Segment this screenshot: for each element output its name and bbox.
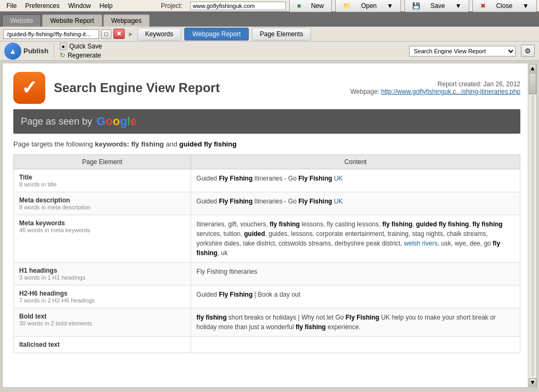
scrollbar[interactable]: ▲ ▼ bbox=[528, 63, 536, 387]
scrollbar-track-pattern bbox=[531, 95, 534, 376]
tab-website-report[interactable]: Website Report bbox=[42, 14, 102, 27]
table-row: H1 headings 3 words in 1 H1 headings Fly… bbox=[14, 263, 520, 285]
project-label: Project: bbox=[157, 1, 187, 11]
publish-icon: ▲ bbox=[4, 43, 21, 60]
element-label-h2-h6: H2-H6 headings bbox=[19, 290, 185, 297]
google-logo: Google bbox=[96, 115, 137, 128]
regenerate-label: Regenerate bbox=[68, 52, 101, 59]
project-area: Project: ■ New 📁 Open ▼ 💾 Save ▼ ✖ Close… bbox=[157, 0, 537, 12]
table-row: Italicised text bbox=[14, 337, 520, 353]
menu-window[interactable]: Window bbox=[64, 1, 95, 11]
scrollbar-thumb[interactable] bbox=[529, 73, 536, 94]
save-icon: 💾 bbox=[408, 1, 424, 11]
nav-tab-keywords[interactable]: Keywords bbox=[137, 28, 182, 40]
logo-box: ✓ bbox=[13, 72, 45, 104]
webpage-url-line: Webpage: http://www.goflyfishinguk.c...i… bbox=[350, 88, 520, 95]
google-bar-text: Page as seen by bbox=[21, 116, 92, 127]
element-sublabel-bold: 30 words in 2 bold elements bbox=[19, 320, 185, 326]
quick-save-label: Quick Save bbox=[69, 43, 102, 50]
scrollbar-up[interactable]: ▲ bbox=[529, 64, 536, 72]
tab-website[interactable]: Website bbox=[2, 14, 41, 27]
publish-label: Publish bbox=[23, 47, 48, 55]
refresh-icon: ↻ bbox=[60, 51, 66, 59]
open-icon: 📁 bbox=[339, 1, 355, 11]
element-sublabel-meta-desc: 8 words in meta description bbox=[19, 204, 185, 210]
report-type-select[interactable]: Search Engine View Report bbox=[409, 46, 516, 56]
menu-help[interactable]: Help bbox=[95, 1, 117, 11]
report-title-text: Search Engine View Report bbox=[54, 80, 220, 95]
keywords-line: Page targets the following keywords: fly… bbox=[13, 140, 520, 148]
new-button[interactable]: ■ New bbox=[289, 0, 332, 12]
content-italic bbox=[191, 337, 520, 353]
element-label-meta-kw: Meta keywords bbox=[19, 219, 185, 227]
element-sublabel-title: 8 words in title bbox=[19, 181, 185, 187]
menu-file[interactable]: File bbox=[2, 1, 21, 11]
close-dropdown-icon: ▼ bbox=[518, 1, 533, 11]
save-icon: ■ bbox=[60, 43, 67, 50]
settings-button[interactable]: ⚙ bbox=[521, 45, 535, 57]
report-created: Report created: Jan 26, 2012 bbox=[350, 80, 520, 88]
project-url-input[interactable] bbox=[190, 2, 286, 10]
col-header-content: Content bbox=[191, 155, 520, 169]
save-button[interactable]: 💾 Save ▼ bbox=[404, 0, 469, 12]
element-sublabel-h1: 3 words in 1 H1 headings bbox=[19, 274, 185, 281]
table-row: Meta description 8 words in meta descrip… bbox=[14, 192, 520, 215]
report-meta: Report created: Jan 26, 2012 Webpage: ht… bbox=[350, 80, 520, 95]
content-bold: fly fishing short breaks or holidays | W… bbox=[191, 308, 520, 337]
google-o1: o bbox=[105, 115, 112, 128]
gear-icon: ⚙ bbox=[525, 47, 531, 55]
quick-save-button[interactable]: ■ Quick Save bbox=[60, 43, 102, 50]
publish-button[interactable]: ▲ Publish bbox=[4, 43, 48, 60]
url-clear-button[interactable]: ✖ bbox=[113, 29, 125, 39]
url-bar: □ ✖ ► Keywords Webpage Report Page Eleme… bbox=[0, 27, 539, 42]
element-sublabel-meta-kw: 46 words in meta keywords bbox=[19, 227, 185, 233]
content-h1: Fly Fishing Itineraries bbox=[191, 263, 520, 285]
url-copy-button[interactable]: □ bbox=[101, 29, 111, 39]
menu-bar: File Preferences Window Help Project: ■ … bbox=[0, 0, 539, 12]
google-e: e bbox=[130, 115, 137, 128]
nav-tab-page-elements[interactable]: Page Elements bbox=[252, 28, 311, 40]
google-bar: Page as seen by Google bbox=[13, 109, 520, 134]
content-h2-h6: Guided Fly Fishing | Book a day out bbox=[191, 285, 520, 308]
regenerate-button[interactable]: ↻ Regenerate bbox=[60, 51, 102, 59]
tab-webpages[interactable]: Webpages bbox=[103, 14, 150, 27]
nav-tab-webpage-report[interactable]: Webpage Report bbox=[184, 28, 249, 40]
content-meta-desc: Guided Fly Fishing Itineraries - Go Fly … bbox=[191, 192, 520, 215]
element-label-h1: H1 headings bbox=[19, 267, 185, 274]
tab-bar: Website Website Report Webpages bbox=[0, 12, 539, 27]
webpage-url-link[interactable]: http://www.goflyfishinguk.c...ishing-iti… bbox=[381, 88, 520, 95]
table-row: Title 8 words in title Guided Fly Fishin… bbox=[14, 169, 520, 192]
menu-preferences[interactable]: Preferences bbox=[21, 1, 64, 11]
main-content: ✓ Search Engine View Report Report creat… bbox=[2, 63, 537, 388]
scrollbar-track bbox=[531, 95, 534, 376]
element-label-italic: Italicised text bbox=[19, 341, 185, 348]
open-button[interactable]: 📁 Open ▼ bbox=[335, 0, 401, 12]
google-o2: o bbox=[113, 115, 120, 128]
divider bbox=[54, 44, 54, 59]
keywords-main: keywords: fly fishing bbox=[95, 140, 164, 148]
logo-checkmark: ✓ bbox=[21, 77, 37, 99]
google-g2: g bbox=[120, 115, 127, 128]
element-label-bold: Bold text bbox=[19, 313, 185, 320]
table-row: Bold text 30 words in 2 bold elements fl… bbox=[14, 308, 520, 337]
col-header-element: Page Element bbox=[14, 155, 191, 169]
report-body: ✓ Search Engine View Report Report creat… bbox=[3, 63, 536, 362]
google-g: G bbox=[96, 115, 105, 128]
quick-save-area: ■ Quick Save ↻ Regenerate bbox=[60, 43, 102, 59]
scrollbar-down[interactable]: ▼ bbox=[529, 378, 536, 387]
arrow-separator: ► bbox=[127, 30, 135, 38]
table-row: H2-H6 headings 7 words in 2 H2-H6 headin… bbox=[14, 285, 520, 308]
close-icon: ✖ bbox=[476, 1, 490, 11]
content-meta-kw: Itineraries, gift, vouchers, fly fishing… bbox=[191, 215, 520, 263]
element-sublabel-h2-h6: 7 words in 2 H2-H6 headings bbox=[19, 297, 185, 304]
close-button[interactable]: ✖ Close ▼ bbox=[472, 0, 537, 12]
element-label-meta-desc: Meta description bbox=[19, 197, 185, 204]
open-dropdown-icon: ▼ bbox=[382, 1, 397, 11]
content-title: Guided Fly Fishing Itineraries - Go Fly … bbox=[191, 169, 520, 192]
url-input[interactable] bbox=[3, 29, 99, 39]
action-bar: ▲ Publish ■ Quick Save ↻ Regenerate Sear… bbox=[0, 42, 539, 61]
table-row: Meta keywords 46 words in meta keywords … bbox=[14, 215, 520, 263]
element-label-title: Title bbox=[19, 174, 185, 181]
save-dropdown-icon: ▼ bbox=[451, 1, 466, 11]
report-table: Page Element Content Title 8 words in ti… bbox=[13, 154, 520, 353]
